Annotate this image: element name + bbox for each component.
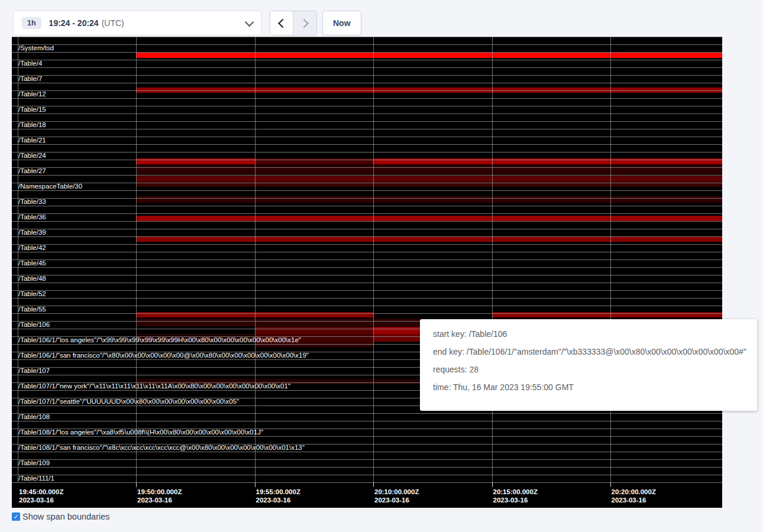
range-text: 19:24 - 20:24 <box>49 18 99 28</box>
time-axis-date: 2023-03-16 <box>493 496 538 504</box>
heat-band <box>255 327 374 334</box>
span-boundary-line <box>12 113 722 114</box>
span-boundary-line <box>12 137 722 137</box>
row-label: /Table/33 <box>18 198 46 206</box>
span-boundary-line <box>12 152 722 153</box>
time-bucket-line <box>136 37 137 482</box>
span-boundary-line <box>12 475 722 475</box>
span-boundary-line <box>12 144 722 145</box>
time-bucket-line <box>255 37 256 482</box>
chevron-down-icon <box>245 17 254 27</box>
row-label: /Table/108 <box>18 413 50 421</box>
span-boundary-line <box>12 306 722 306</box>
span-boundary-line <box>12 75 722 76</box>
row-label: /Table/107 <box>18 367 50 375</box>
span-boundary-line <box>12 198 722 199</box>
span-boundary-line <box>12 436 722 437</box>
range-duration-badge: 1h <box>22 17 41 30</box>
time-axis-date: 2023-03-16 <box>256 496 300 504</box>
span-boundary-line <box>12 190 722 191</box>
row-label: /Table/111/1 <box>18 475 54 482</box>
time-axis-date: 2023-03-16 <box>374 496 419 504</box>
time-bucket-line <box>373 37 374 482</box>
span-boundary-line <box>12 413 722 414</box>
range-timezone: (UTC) <box>102 18 124 28</box>
span-boundary-line <box>12 252 722 252</box>
span-boundary-line <box>12 275 722 275</box>
row-label: /Table/107/1/"new york"/"\x11\x11\x11\x1… <box>18 382 290 390</box>
heat-band <box>136 53 722 58</box>
heat-band <box>136 176 722 181</box>
row-label: /Table/36 <box>18 213 46 221</box>
heat-band <box>136 216 722 221</box>
span-boundary-line <box>12 283 722 283</box>
time-axis-tick <box>373 482 374 487</box>
time-axis-tick <box>610 482 611 487</box>
span-boundary-line <box>12 90 722 91</box>
next-time-button[interactable] <box>293 11 316 35</box>
span-boundary-line <box>12 298 722 299</box>
span-boundary-line <box>12 44 722 45</box>
tooltip-line: end key: /Table/106/1/"amsterdam"/"\xb33… <box>433 347 749 356</box>
row-label: /Table/21 <box>18 137 46 144</box>
time-axis-label: 19:45:00.000Z2023-03-16 <box>19 488 63 504</box>
span-boundary-line <box>12 221 722 222</box>
span-boundary-line <box>12 167 722 168</box>
span-boundary-line <box>12 206 722 206</box>
row-label: /Table/39 <box>18 229 46 236</box>
span-boundary-line <box>12 83 722 83</box>
row-label: /Table/15 <box>18 106 46 113</box>
row-label: /Table/4 <box>18 60 42 67</box>
time-axis-date: 2023-03-16 <box>19 496 63 504</box>
span-boundary-line <box>12 467 722 468</box>
heat-band <box>492 312 723 317</box>
span-boundary-line <box>12 121 722 122</box>
span-boundary-line <box>12 98 722 99</box>
time-range-dropdown[interactable]: 1h 19:24 - 20:24 (UTC) <box>13 11 261 35</box>
span-boundary-line <box>12 459 722 460</box>
span-boundary-line <box>12 67 722 68</box>
span-boundary-line <box>12 229 722 229</box>
show-span-boundaries-checkbox[interactable]: ✓ <box>12 512 20 521</box>
heatmap-tooltip: start key: /Table/106end key: /Table/106… <box>420 319 757 411</box>
heatmap-canvas[interactable]: /System/tsd/Table/4/Table/7/Table/12/Tab… <box>12 37 722 508</box>
span-boundary-line <box>12 60 722 60</box>
row-label: /Table/106 <box>18 321 50 329</box>
time-axis-date: 2023-03-16 <box>137 496 182 504</box>
show-span-boundaries-label: Show span boundaries <box>22 512 110 521</box>
prev-time-button[interactable] <box>270 11 293 35</box>
span-boundary-line <box>12 259 722 260</box>
span-boundary-line <box>12 421 722 421</box>
tooltip-line: start key: /Table/106 <box>433 329 749 339</box>
span-boundary-line <box>12 52 722 53</box>
span-boundary-line <box>12 175 722 176</box>
key-visualizer-page: 1h 19:24 - 20:24 (UTC) Now /System/tsd/T… <box>0 0 763 532</box>
span-boundary-line <box>12 236 722 237</box>
row-label: /Table/12 <box>18 90 46 98</box>
heat-band <box>136 319 420 326</box>
tooltip-line: requests: 28 <box>433 365 749 374</box>
time-bucket-line <box>492 37 493 482</box>
row-label: /Table/52 <box>18 290 46 298</box>
row-label: /Table/109 <box>18 459 50 467</box>
row-label: /Table/45 <box>18 259 46 267</box>
time-axis-label: 20:15:00.000Z2023-03-16 <box>493 488 538 504</box>
time-axis-label: 19:55:00.000Z2023-03-16 <box>256 488 300 504</box>
time-axis-label: 19:50:00.000Z2023-03-16 <box>137 488 182 504</box>
span-boundary-line <box>12 213 722 214</box>
heat-band <box>373 327 420 334</box>
heat-band <box>136 196 722 203</box>
row-label: /Table/18 <box>18 121 46 129</box>
row-label: /Table/48 <box>18 275 46 283</box>
time-axis-date: 2023-03-16 <box>612 496 656 504</box>
now-button[interactable]: Now <box>322 11 361 35</box>
heat-band <box>373 334 420 342</box>
row-label: /Table/42 <box>18 244 46 252</box>
row-label: /System/tsd <box>18 44 54 52</box>
row-label: /Table/108/1/"los angeles"/"\xa8\xf5\u00… <box>18 429 263 436</box>
time-nav-group <box>270 11 317 35</box>
span-boundary-line <box>12 290 722 291</box>
row-label: /Table/55 <box>18 306 46 313</box>
time-axis-tick <box>492 482 493 487</box>
span-boundary-line <box>12 452 722 452</box>
